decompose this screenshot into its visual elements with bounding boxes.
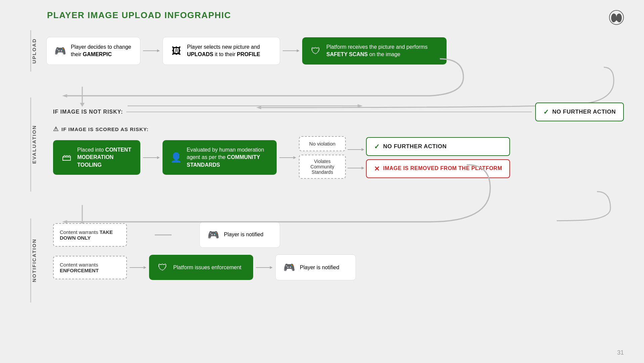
x-icon: ✕ [374, 165, 380, 173]
violation-options: No violation ViolatesCommunityStandards [299, 136, 346, 179]
warning-icon: ⚠ [53, 125, 59, 133]
svg-marker-2 [157, 49, 160, 52]
no-further-action-1: ✓ NO FURTHER ACTION [535, 103, 624, 121]
human-eval-box: 👤 Evaluated by human moderation agent as… [163, 140, 277, 175]
image-icon: 🖼 [170, 44, 182, 57]
takedown-box: Content warrants TAKE DOWN ONLY [53, 223, 127, 247]
upload-step2: 🖼 Player selects new picture and UPLOADS… [163, 37, 280, 65]
arrow-1 [143, 47, 160, 54]
arrow-3 [143, 154, 160, 161]
svg-marker-26 [62, 94, 67, 97]
controller-icon-1: 🎮 [54, 44, 66, 57]
svg-marker-4 [297, 49, 300, 52]
arrow-4 [279, 154, 296, 161]
upload-step1: 🎮 Player decides to change their GAMERPI… [46, 37, 140, 65]
arrow-violates [348, 165, 364, 171]
not-risky-line [126, 112, 532, 112]
risky-label: ⚠ IF IMAGE IS SCORED AS RISKY: [53, 125, 624, 133]
image-removed-label: IMAGE IS REMOVED FROM THE PLATFORM [383, 165, 502, 172]
player-notified-1-text: Player is notified [224, 231, 263, 238]
arrow-no-violation [348, 146, 364, 153]
controller-icon-2: 🎮 [207, 228, 219, 241]
player-notified-2: 🎮 Player is notified [275, 254, 356, 280]
notif-row2: Content warrants ENFORCEMENT 🛡 Platform … [53, 254, 624, 280]
page-number: 31 [617, 349, 624, 356]
xbox-logo [609, 10, 624, 25]
controller-icon-3: 🎮 [283, 261, 295, 274]
no-violation-label: No violation [309, 141, 335, 147]
outcomes-column: ✓ NO FURTHER ACTION ✕ IMAGE IS REMOVED F… [366, 137, 510, 178]
no-further-action-2: ✓ NO FURTHER ACTION [366, 137, 510, 156]
arrow-2 [283, 47, 300, 54]
svg-marker-15 [362, 148, 364, 151]
content-moderation-box: 🗃 Placed into CONTENT MODERATION TOOLING [53, 140, 140, 175]
notif-row1: Content warrants TAKE DOWN ONLY 🎮 Player… [53, 222, 624, 248]
svg-marker-11 [157, 156, 160, 159]
upload-label: Upload [31, 38, 37, 64]
notification-section: Notification Content warrants TAKE DOWN … [30, 218, 624, 302]
upload-step1-text: Player decides to change their GAMERPIC [71, 43, 133, 58]
takedown-label: Content warrants TAKE DOWN ONLY [60, 229, 113, 241]
svg-marker-23 [144, 266, 146, 269]
not-risky-label: IF IMAGE IS NOT RISKY: [53, 109, 123, 115]
svg-marker-17 [362, 167, 364, 169]
eval-label: Evaluation [31, 125, 37, 164]
check-icon-2: ✓ [374, 143, 380, 151]
enforcement-source-box: Content warrants ENFORCEMENT [53, 256, 127, 279]
enforcement-text: Platform issues enforcement [173, 264, 241, 271]
player-notified-1: 🎮 Player is notified [199, 222, 280, 248]
human-eval-text: Evaluated by human moderation agent as p… [187, 146, 269, 169]
enforcement-box: 🛡 Platform issues enforcement [149, 255, 253, 280]
svg-marker-13 [293, 156, 296, 159]
arrow-notif-3 [256, 264, 273, 271]
shield-icon-1: 🛡 [310, 44, 322, 57]
person-icon: 👤 [170, 151, 182, 164]
no-violation-box: No violation [299, 136, 346, 151]
player-notified-2-text: Player is notified [300, 264, 339, 271]
upload-step2-text: Player selects new picture and UPLOADS i… [187, 43, 272, 58]
page-title: PLAYER IMAGE UPLOAD INFOGRAPHIC [47, 10, 624, 21]
image-removed-box: ✕ IMAGE IS REMOVED FROM THE PLATFORM [366, 159, 510, 178]
not-risky-row: IF IMAGE IS NOT RISKY: ✓ NO FURTHER ACTI… [53, 103, 624, 121]
page: PLAYER IMAGE UPLOAD INFOGRAPHIC Upload 🎮… [0, 0, 644, 363]
outcome-arrows [348, 144, 364, 171]
check-icon-1: ✓ [543, 108, 549, 116]
violates-box: ViolatesCommunityStandards [299, 155, 346, 179]
db-icon: 🗃 [60, 151, 73, 164]
upload-step3-text: Platform receives the picture and perfor… [326, 43, 439, 58]
upload-step3: 🛡 Platform receives the picture and perf… [302, 37, 447, 65]
arrow-notif-2 [130, 264, 146, 271]
upload-section: Upload 🎮 Player decides to change their … [30, 30, 624, 72]
arrow-notif-1 [130, 232, 197, 238]
violates-label: ViolatesCommunityStandards [311, 159, 334, 175]
no-further-label-2: NO FURTHER ACTION [383, 143, 447, 150]
evaluation-section: Evaluation IF IMAGE IS NOT RISKY: ✓ NO F… [30, 97, 624, 192]
notif-label: Notification [31, 239, 37, 282]
enforcement-label: Content warrants ENFORCEMENT [60, 262, 99, 273]
no-further-label-1: NO FURTHER ACTION [552, 109, 616, 115]
content-moderation-text: Placed into CONTENT MODERATION TOOLING [77, 146, 133, 169]
svg-marker-25 [270, 266, 273, 269]
shield-icon-2: 🛡 [156, 261, 169, 274]
